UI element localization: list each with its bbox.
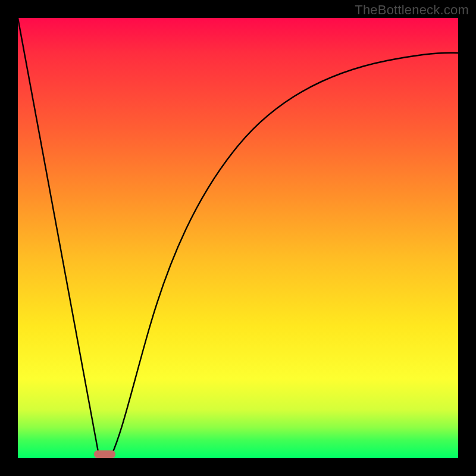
- bottleneck-curve: [18, 18, 458, 458]
- curve-left-leg: [18, 18, 99, 458]
- curve-right-leg: [110, 53, 458, 458]
- valley-marker: [94, 450, 115, 458]
- watermark-text: TheBottleneck.com: [355, 2, 469, 18]
- plot-area: [18, 18, 458, 458]
- chart-frame: TheBottleneck.com: [0, 0, 476, 476]
